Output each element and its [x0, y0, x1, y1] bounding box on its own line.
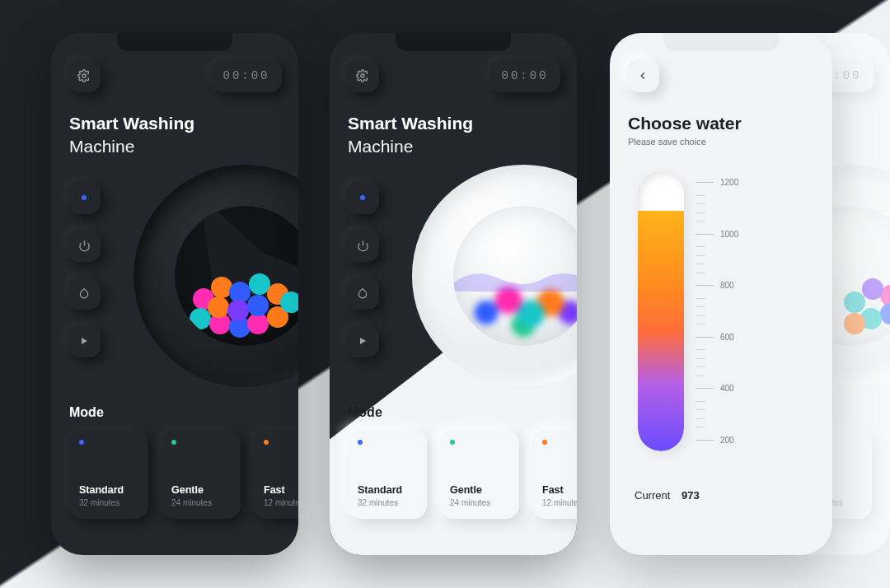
washer-drum [412, 165, 577, 387]
mode-card-gentle[interactable]: Gentle24 minutes [440, 430, 519, 519]
mode-heading: Mode [69, 405, 104, 420]
timer-display: 00:00 [211, 59, 282, 92]
title-line1: Smart Washing [348, 114, 473, 133]
device-notch [117, 33, 232, 51]
mode-dot [542, 440, 547, 445]
water-meniscus [638, 208, 684, 219]
tick-minor [696, 366, 738, 367]
water-ticks: 1200 1000 800 600 400 200 [696, 178, 738, 445]
back-button[interactable] [626, 59, 659, 92]
water-fill [638, 211, 684, 451]
tick-minor [696, 298, 738, 299]
droplet-icon [357, 287, 368, 299]
tick-minor [696, 306, 738, 307]
tick-major: 1200 [696, 178, 738, 187]
tick-minor [696, 246, 738, 247]
phone-screen-mixed: 00:00 Smart Washing Machine Mode [330, 33, 577, 555]
timer-value: 00:00 [222, 69, 269, 82]
tick-minor [696, 427, 738, 427]
washer-drum [134, 165, 298, 387]
title-line1: Smart Washing [69, 114, 194, 133]
washer-drum-window [175, 206, 298, 346]
water-tube[interactable] [638, 171, 684, 451]
mode-dot [450, 440, 455, 445]
power-button[interactable] [68, 229, 101, 262]
side-controls [68, 181, 101, 357]
mode-name: Gentle [450, 484, 509, 496]
page-title: Smart Washing Machine [69, 112, 194, 159]
tick-label: 600 [720, 333, 734, 342]
water-button[interactable] [346, 277, 379, 310]
mode-duration: 32 minutes [358, 498, 417, 507]
mode-card-standard[interactable]: Standard 32 minutes [69, 430, 148, 519]
tick-label: 1200 [720, 178, 738, 187]
mode-duration: 12 minutes [542, 498, 577, 507]
water-gauge[interactable] [638, 171, 684, 451]
mode-cards-row: Standard32 minutes Gentle24 minutes Fast… [348, 430, 577, 519]
svg-point-0 [82, 74, 86, 77]
tick-minor [696, 255, 738, 256]
tick-minor [696, 376, 738, 376]
mode-duration: 12 minutes [264, 498, 298, 507]
water-title: Choose water [628, 114, 742, 133]
tick-major: 200 [696, 436, 738, 445]
tick-minor [696, 358, 738, 359]
current-value: 973 [682, 489, 700, 502]
mode-name: Standard [79, 484, 138, 496]
title-line2: Machine [348, 137, 413, 156]
device-notch [663, 33, 779, 51]
tick-minor [696, 315, 738, 316]
tick-minor [696, 221, 738, 222]
mode-name: Fast [264, 484, 298, 496]
laundry-ball [208, 296, 229, 318]
tick-major: 400 [696, 384, 738, 393]
play-button[interactable] [68, 324, 101, 357]
page-subtitle: Please save choice [628, 137, 706, 147]
tick-label: 200 [720, 436, 734, 445]
tick-label: 1000 [720, 230, 738, 239]
tick-label: 400 [720, 384, 734, 393]
tick-major: 800 [696, 281, 738, 290]
indicator-button[interactable] [346, 181, 379, 214]
water-button[interactable] [68, 277, 101, 310]
chevron-left-icon [637, 70, 649, 82]
tick-minor [696, 324, 738, 324]
side-controls [346, 181, 379, 357]
play-button[interactable] [346, 324, 379, 357]
page-title: Choose water [628, 112, 742, 135]
mode-card-fast[interactable]: Fast 12 minutes [254, 430, 298, 519]
tick-minor [696, 212, 738, 213]
water-current-row: Current 973 [635, 489, 700, 502]
mode-cards-row: Standard 32 minutes Gentle 24 minutes Fa… [69, 430, 298, 519]
phone-screen-dark: 00:00 Smart Washing Machine [51, 33, 298, 555]
mode-card-fast[interactable]: Fast12 minutes [532, 430, 577, 519]
mode-card-gentle[interactable]: Gentle 24 minutes [162, 430, 241, 519]
mode-card-standard[interactable]: Standard32 minutes [348, 430, 427, 519]
timer-value: 00:00 [501, 69, 548, 82]
settings-button[interactable] [68, 59, 101, 92]
laundry-ball [280, 292, 298, 313]
tick-minor [696, 273, 738, 273]
mode-dot [79, 440, 84, 445]
indicator-dot [360, 195, 365, 200]
svg-point-3 [361, 74, 364, 77]
mode-dot [358, 440, 363, 445]
indicator-button[interactable] [68, 181, 101, 214]
current-label: Current [635, 489, 670, 502]
settings-button[interactable] [346, 59, 379, 92]
power-icon [357, 240, 369, 252]
laundry-ball [247, 295, 269, 316]
timer-display: 00:00 [490, 59, 560, 92]
phone-screen-water-modal: Choose water Please save choice 1200 100… [610, 33, 832, 555]
svg-marker-2 [82, 338, 87, 344]
tick-minor [696, 349, 738, 350]
power-button[interactable] [346, 229, 379, 262]
mode-name: Fast [542, 484, 577, 496]
tick-major: 1000 [696, 230, 738, 239]
tick-minor [696, 401, 738, 402]
tick-minor [696, 203, 738, 204]
washer-drum-window [453, 206, 577, 346]
mode-dot [264, 440, 269, 445]
droplet-icon [78, 287, 90, 299]
laundry-ball [227, 300, 249, 321]
